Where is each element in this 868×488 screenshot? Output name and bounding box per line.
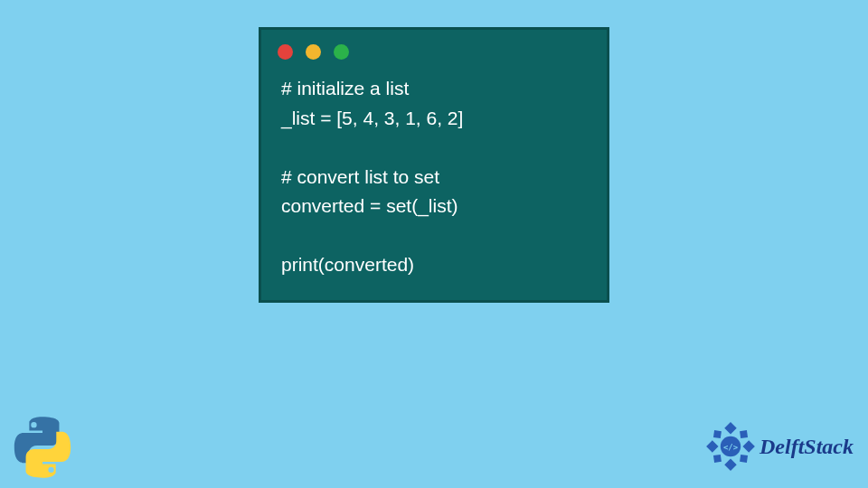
svg-marker-5 (740, 430, 748, 438)
svg-marker-7 (740, 455, 748, 463)
svg-marker-2 (706, 440, 718, 452)
close-icon (278, 44, 293, 60)
code-line: # convert list to set (281, 166, 439, 187)
code-line: converted = set(_list) (281, 195, 458, 216)
code-window: # initialize a list _list = [5, 4, 3, 1,… (259, 27, 609, 303)
code-line: print(converted) (281, 254, 414, 275)
code-block: # initialize a list _list = [5, 4, 3, 1,… (261, 67, 607, 280)
delftstack-mark-icon: </> (705, 421, 756, 472)
minimize-icon (306, 44, 321, 60)
code-line: # initialize a list (281, 78, 409, 99)
delftstack-name: DelftStack (760, 435, 854, 459)
delftstack-logo: </> DelftStack (705, 421, 854, 472)
zoom-icon (334, 44, 349, 60)
svg-marker-6 (713, 455, 722, 463)
window-titlebar (261, 30, 607, 67)
python-logo-icon (11, 416, 74, 479)
svg-marker-1 (724, 458, 736, 470)
svg-marker-3 (742, 440, 754, 452)
code-line: _list = [5, 4, 3, 1, 6, 2] (281, 108, 463, 128)
svg-text:</>: </> (723, 443, 738, 452)
svg-marker-0 (724, 422, 736, 434)
svg-marker-4 (713, 430, 722, 438)
